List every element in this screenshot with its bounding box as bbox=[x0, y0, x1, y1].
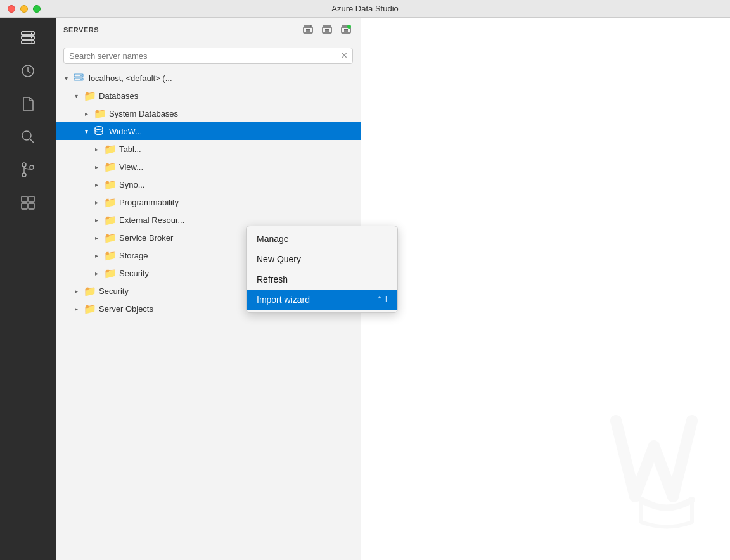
svg-point-33 bbox=[80, 79, 82, 80]
new-connection-button[interactable] bbox=[301, 23, 315, 37]
history-activity-icon[interactable] bbox=[13, 56, 43, 86]
svg-point-4 bbox=[31, 37, 32, 39]
chevron-tables bbox=[91, 144, 101, 154]
chevron-views bbox=[91, 162, 101, 172]
chevron-programmability bbox=[91, 197, 101, 207]
server-label: localhost, <default> (... bbox=[89, 73, 172, 83]
folder-tables-icon: 📁 bbox=[104, 143, 117, 155]
tree-item-programmability[interactable]: 📁 Programmability bbox=[56, 193, 361, 211]
chevron-server-objects bbox=[71, 303, 81, 314]
svg-point-29 bbox=[347, 25, 351, 29]
tree-item-widew[interactable]: WideW... bbox=[56, 122, 361, 140]
server-icon bbox=[74, 72, 84, 84]
minimize-button[interactable] bbox=[20, 5, 28, 13]
svg-line-8 bbox=[30, 139, 35, 144]
svg-rect-15 bbox=[29, 203, 34, 209]
new-server-group-button[interactable] bbox=[320, 23, 334, 37]
chevron-service-broker bbox=[91, 232, 101, 243]
search-box: × bbox=[63, 48, 353, 64]
svg-point-3 bbox=[31, 33, 32, 34]
svg-rect-13 bbox=[29, 196, 34, 202]
servers-activity-icon[interactable] bbox=[13, 23, 43, 53]
service-broker-label: Service Broker bbox=[119, 233, 173, 243]
svg-point-32 bbox=[80, 75, 82, 76]
external-resources-label: External Resour... bbox=[119, 215, 184, 225]
tree-item-synonyms[interactable]: 📁 Syno... bbox=[56, 175, 361, 193]
svg-point-11 bbox=[30, 165, 34, 169]
sidebar: SERVERS bbox=[56, 18, 361, 560]
folder-system-dbs-icon: 📁 bbox=[94, 108, 106, 120]
search-activity-icon[interactable] bbox=[13, 122, 43, 152]
manage-label: Manage bbox=[257, 234, 289, 244]
new-file-activity-icon[interactable] bbox=[13, 89, 43, 119]
chevron-databases bbox=[71, 91, 81, 101]
svg-point-10 bbox=[22, 173, 26, 177]
traffic-lights bbox=[8, 5, 41, 13]
servers-label: SERVERS bbox=[63, 26, 296, 34]
svg-point-7 bbox=[22, 131, 31, 140]
storage-label: Storage bbox=[119, 251, 148, 260]
watermark-logo bbox=[603, 383, 730, 535]
svg-rect-21 bbox=[323, 27, 331, 33]
programmability-label: Programmability bbox=[119, 198, 179, 207]
context-menu-manage[interactable]: Manage bbox=[247, 229, 397, 249]
svg-point-5 bbox=[31, 42, 32, 43]
tree-item-server[interactable]: localhost, <default> (... bbox=[56, 69, 361, 87]
folder-databases-icon: 📁 bbox=[84, 90, 96, 102]
chevron-storage bbox=[91, 250, 101, 260]
svg-rect-14 bbox=[22, 203, 27, 209]
tree-item-tables[interactable]: 📁 Tabl... bbox=[56, 140, 361, 158]
folder-security-icon: 📁 bbox=[84, 285, 96, 297]
server-objects-label: Server Objects bbox=[99, 304, 153, 314]
extensions-activity-icon[interactable] bbox=[13, 188, 43, 218]
maximize-button[interactable] bbox=[33, 5, 41, 13]
chevron-system-databases bbox=[81, 108, 91, 118]
tree-item-databases[interactable]: 📁 Databases bbox=[56, 87, 361, 105]
folder-programmability-icon: 📁 bbox=[104, 196, 117, 208]
folder-service-broker-icon: 📁 bbox=[104, 232, 117, 244]
import-wizard-label: Import wizard bbox=[257, 295, 310, 305]
context-menu-new-query[interactable]: New Query bbox=[247, 249, 397, 269]
folder-views-icon: 📁 bbox=[104, 161, 117, 173]
svg-point-9 bbox=[22, 163, 26, 167]
context-menu: Manage New Query Refresh Import wizard ⌃… bbox=[246, 226, 398, 313]
folder-server-objects-icon: 📁 bbox=[84, 303, 96, 315]
tree: localhost, <default> (... 📁 Databases 📁 … bbox=[56, 69, 361, 560]
tree-item-views[interactable]: 📁 View... bbox=[56, 158, 361, 175]
svg-point-34 bbox=[95, 126, 103, 129]
close-button[interactable] bbox=[8, 5, 15, 13]
chevron-security-db bbox=[91, 268, 101, 278]
folder-external-resources-icon: 📁 bbox=[104, 214, 117, 226]
chevron-widew bbox=[81, 126, 91, 136]
folder-storage-icon: 📁 bbox=[104, 250, 117, 262]
folder-security-db-icon: 📁 bbox=[104, 267, 117, 279]
source-control-activity-icon[interactable] bbox=[13, 155, 43, 185]
active-connections-button[interactable] bbox=[339, 23, 353, 37]
folder-synonyms-icon: 📁 bbox=[104, 179, 117, 191]
app-title: Azure Data Studio bbox=[331, 4, 399, 13]
search-clear-button[interactable]: × bbox=[342, 51, 347, 61]
system-databases-label: System Databases bbox=[109, 109, 178, 118]
title-bar: Azure Data Studio bbox=[0, 0, 730, 18]
chevron-external-resources bbox=[91, 215, 101, 225]
database-widew-icon bbox=[94, 125, 104, 137]
new-query-label: New Query bbox=[257, 254, 301, 264]
refresh-label: Refresh bbox=[257, 274, 288, 284]
context-menu-refresh[interactable]: Refresh bbox=[247, 269, 397, 290]
synonyms-label: Syno... bbox=[119, 180, 144, 189]
context-menu-import-wizard[interactable]: Import wizard ⌃ I bbox=[247, 290, 397, 310]
chevron-security bbox=[71, 286, 81, 296]
import-wizard-shortcut: ⌃ I bbox=[376, 295, 387, 304]
security-db-label: Security bbox=[119, 269, 149, 278]
databases-label: Databases bbox=[99, 91, 138, 101]
servers-header: SERVERS bbox=[56, 18, 361, 42]
widew-label: WideW... bbox=[109, 127, 142, 136]
views-label: View... bbox=[119, 162, 143, 172]
search-input[interactable] bbox=[69, 51, 338, 61]
security-label: Security bbox=[99, 286, 129, 296]
svg-rect-16 bbox=[304, 27, 312, 33]
chevron-server bbox=[61, 73, 71, 83]
tree-item-system-databases[interactable]: 📁 System Databases bbox=[56, 105, 361, 122]
svg-rect-12 bbox=[22, 196, 27, 202]
tables-label: Tabl... bbox=[119, 144, 141, 154]
